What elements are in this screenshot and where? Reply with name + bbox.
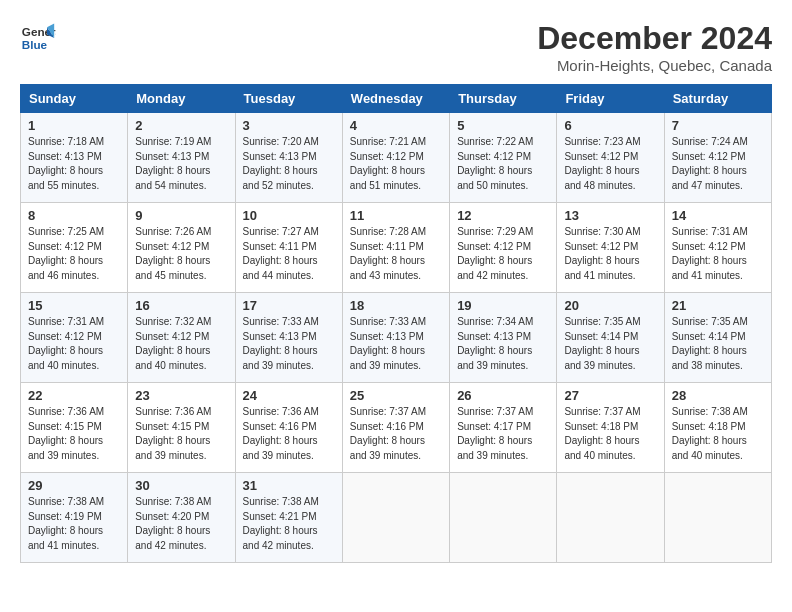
day-number: 16: [135, 298, 227, 313]
day-number: 12: [457, 208, 549, 223]
day-number: 6: [564, 118, 656, 133]
day-info: Sunrise: 7:38 AMSunset: 4:20 PMDaylight:…: [135, 495, 227, 553]
day-info: Sunrise: 7:23 AMSunset: 4:12 PMDaylight:…: [564, 135, 656, 193]
day-info: Sunrise: 7:21 AMSunset: 4:12 PMDaylight:…: [350, 135, 442, 193]
column-header-wednesday: Wednesday: [342, 85, 449, 113]
day-number: 13: [564, 208, 656, 223]
day-info: Sunrise: 7:37 AMSunset: 4:17 PMDaylight:…: [457, 405, 549, 463]
day-info: Sunrise: 7:38 AMSunset: 4:21 PMDaylight:…: [243, 495, 335, 553]
day-number: 21: [672, 298, 764, 313]
day-info: Sunrise: 7:36 AMSunset: 4:15 PMDaylight:…: [28, 405, 120, 463]
column-header-tuesday: Tuesday: [235, 85, 342, 113]
day-info: Sunrise: 7:32 AMSunset: 4:12 PMDaylight:…: [135, 315, 227, 373]
day-info: Sunrise: 7:33 AMSunset: 4:13 PMDaylight:…: [350, 315, 442, 373]
day-cell: 12Sunrise: 7:29 AMSunset: 4:12 PMDayligh…: [450, 203, 557, 293]
page-header: General Blue December 2024 Morin-Heights…: [20, 20, 772, 74]
week-row-4: 22Sunrise: 7:36 AMSunset: 4:15 PMDayligh…: [21, 383, 772, 473]
day-info: Sunrise: 7:19 AMSunset: 4:13 PMDaylight:…: [135, 135, 227, 193]
day-cell: 31Sunrise: 7:38 AMSunset: 4:21 PMDayligh…: [235, 473, 342, 563]
day-number: 8: [28, 208, 120, 223]
month-title: December 2024: [537, 20, 772, 57]
day-info: Sunrise: 7:28 AMSunset: 4:11 PMDaylight:…: [350, 225, 442, 283]
day-info: Sunrise: 7:24 AMSunset: 4:12 PMDaylight:…: [672, 135, 764, 193]
column-header-thursday: Thursday: [450, 85, 557, 113]
day-info: Sunrise: 7:29 AMSunset: 4:12 PMDaylight:…: [457, 225, 549, 283]
day-info: Sunrise: 7:31 AMSunset: 4:12 PMDaylight:…: [28, 315, 120, 373]
day-cell: 7Sunrise: 7:24 AMSunset: 4:12 PMDaylight…: [664, 113, 771, 203]
day-cell: 28Sunrise: 7:38 AMSunset: 4:18 PMDayligh…: [664, 383, 771, 473]
day-number: 5: [457, 118, 549, 133]
location-title: Morin-Heights, Quebec, Canada: [537, 57, 772, 74]
day-cell: 26Sunrise: 7:37 AMSunset: 4:17 PMDayligh…: [450, 383, 557, 473]
day-info: Sunrise: 7:38 AMSunset: 4:18 PMDaylight:…: [672, 405, 764, 463]
day-cell: 10Sunrise: 7:27 AMSunset: 4:11 PMDayligh…: [235, 203, 342, 293]
day-cell: 25Sunrise: 7:37 AMSunset: 4:16 PMDayligh…: [342, 383, 449, 473]
column-header-monday: Monday: [128, 85, 235, 113]
day-cell: 21Sunrise: 7:35 AMSunset: 4:14 PMDayligh…: [664, 293, 771, 383]
title-block: December 2024 Morin-Heights, Quebec, Can…: [537, 20, 772, 74]
day-number: 11: [350, 208, 442, 223]
day-cell: 13Sunrise: 7:30 AMSunset: 4:12 PMDayligh…: [557, 203, 664, 293]
day-number: 4: [350, 118, 442, 133]
day-number: 25: [350, 388, 442, 403]
day-cell: 2Sunrise: 7:19 AMSunset: 4:13 PMDaylight…: [128, 113, 235, 203]
day-cell: 15Sunrise: 7:31 AMSunset: 4:12 PMDayligh…: [21, 293, 128, 383]
column-header-saturday: Saturday: [664, 85, 771, 113]
svg-text:Blue: Blue: [22, 38, 48, 51]
day-cell: 14Sunrise: 7:31 AMSunset: 4:12 PMDayligh…: [664, 203, 771, 293]
day-info: Sunrise: 7:35 AMSunset: 4:14 PMDaylight:…: [564, 315, 656, 373]
week-row-5: 29Sunrise: 7:38 AMSunset: 4:19 PMDayligh…: [21, 473, 772, 563]
day-number: 31: [243, 478, 335, 493]
day-info: Sunrise: 7:38 AMSunset: 4:19 PMDaylight:…: [28, 495, 120, 553]
day-info: Sunrise: 7:37 AMSunset: 4:16 PMDaylight:…: [350, 405, 442, 463]
day-number: 17: [243, 298, 335, 313]
day-number: 27: [564, 388, 656, 403]
day-number: 20: [564, 298, 656, 313]
day-info: Sunrise: 7:34 AMSunset: 4:13 PMDaylight:…: [457, 315, 549, 373]
day-number: 7: [672, 118, 764, 133]
day-info: Sunrise: 7:18 AMSunset: 4:13 PMDaylight:…: [28, 135, 120, 193]
day-number: 22: [28, 388, 120, 403]
day-info: Sunrise: 7:25 AMSunset: 4:12 PMDaylight:…: [28, 225, 120, 283]
logo: General Blue: [20, 20, 56, 56]
day-cell: [342, 473, 449, 563]
day-cell: [664, 473, 771, 563]
day-number: 3: [243, 118, 335, 133]
day-number: 18: [350, 298, 442, 313]
logo-icon: General Blue: [20, 20, 56, 56]
day-cell: 1Sunrise: 7:18 AMSunset: 4:13 PMDaylight…: [21, 113, 128, 203]
day-number: 15: [28, 298, 120, 313]
day-cell: 5Sunrise: 7:22 AMSunset: 4:12 PMDaylight…: [450, 113, 557, 203]
day-cell: 24Sunrise: 7:36 AMSunset: 4:16 PMDayligh…: [235, 383, 342, 473]
week-row-3: 15Sunrise: 7:31 AMSunset: 4:12 PMDayligh…: [21, 293, 772, 383]
day-number: 10: [243, 208, 335, 223]
calendar-table: SundayMondayTuesdayWednesdayThursdayFrid…: [20, 84, 772, 563]
day-info: Sunrise: 7:37 AMSunset: 4:18 PMDaylight:…: [564, 405, 656, 463]
day-number: 14: [672, 208, 764, 223]
day-number: 2: [135, 118, 227, 133]
day-info: Sunrise: 7:35 AMSunset: 4:14 PMDaylight:…: [672, 315, 764, 373]
day-number: 24: [243, 388, 335, 403]
day-cell: 18Sunrise: 7:33 AMSunset: 4:13 PMDayligh…: [342, 293, 449, 383]
day-number: 30: [135, 478, 227, 493]
day-cell: 11Sunrise: 7:28 AMSunset: 4:11 PMDayligh…: [342, 203, 449, 293]
day-cell: [450, 473, 557, 563]
day-number: 29: [28, 478, 120, 493]
day-cell: 30Sunrise: 7:38 AMSunset: 4:20 PMDayligh…: [128, 473, 235, 563]
day-cell: 9Sunrise: 7:26 AMSunset: 4:12 PMDaylight…: [128, 203, 235, 293]
day-info: Sunrise: 7:27 AMSunset: 4:11 PMDaylight:…: [243, 225, 335, 283]
day-number: 23: [135, 388, 227, 403]
day-number: 19: [457, 298, 549, 313]
day-cell: 17Sunrise: 7:33 AMSunset: 4:13 PMDayligh…: [235, 293, 342, 383]
calendar-header-row: SundayMondayTuesdayWednesdayThursdayFrid…: [21, 85, 772, 113]
day-cell: 4Sunrise: 7:21 AMSunset: 4:12 PMDaylight…: [342, 113, 449, 203]
day-info: Sunrise: 7:31 AMSunset: 4:12 PMDaylight:…: [672, 225, 764, 283]
day-info: Sunrise: 7:20 AMSunset: 4:13 PMDaylight:…: [243, 135, 335, 193]
week-row-1: 1Sunrise: 7:18 AMSunset: 4:13 PMDaylight…: [21, 113, 772, 203]
day-cell: 3Sunrise: 7:20 AMSunset: 4:13 PMDaylight…: [235, 113, 342, 203]
day-cell: 6Sunrise: 7:23 AMSunset: 4:12 PMDaylight…: [557, 113, 664, 203]
day-info: Sunrise: 7:26 AMSunset: 4:12 PMDaylight:…: [135, 225, 227, 283]
day-cell: 8Sunrise: 7:25 AMSunset: 4:12 PMDaylight…: [21, 203, 128, 293]
day-info: Sunrise: 7:36 AMSunset: 4:15 PMDaylight:…: [135, 405, 227, 463]
day-cell: 20Sunrise: 7:35 AMSunset: 4:14 PMDayligh…: [557, 293, 664, 383]
